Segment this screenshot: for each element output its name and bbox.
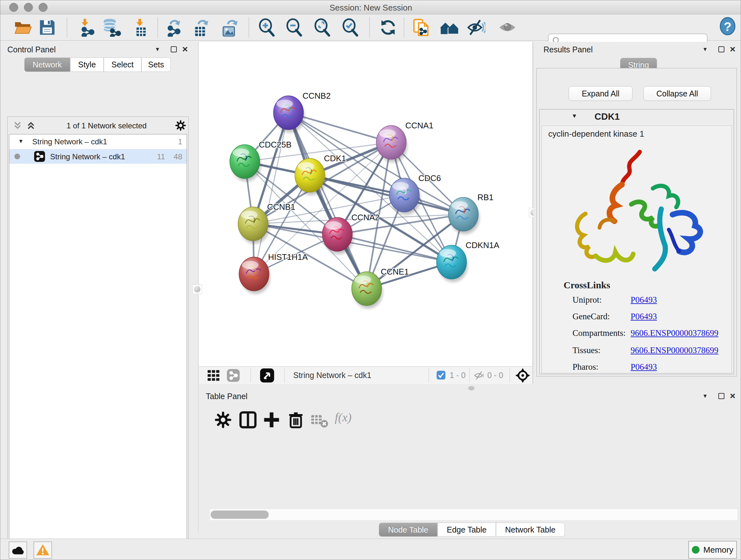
node-label: CDK1 [324,153,346,163]
edge[interactable] [254,113,288,274]
collection-count: 1 [178,137,182,146]
node-RB1[interactable]: RB1 [448,192,494,234]
export-image-button[interactable] [220,18,239,37]
checkbox-checked-icon [436,370,446,380]
open-session-button[interactable] [14,18,32,37]
node-CCNA2[interactable]: CCNA2 [322,212,380,254]
control-panel-menu-button[interactable]: ▼ [155,46,160,53]
network-view-button[interactable] [227,369,240,383]
save-session-button[interactable] [38,18,57,37]
node-CCNE1[interactable]: CCNE1 [352,267,409,308]
double-chevron-down-icon [12,120,23,131]
zoom-in-button[interactable] [258,18,276,37]
function-builder-button[interactable]: f(x) [335,410,352,424]
tab-sets[interactable]: Sets [141,57,171,72]
hide-selected-button[interactable] [467,18,485,37]
left-splitter-handle[interactable] [192,285,202,294]
gene-symbol: CDK1 [595,111,620,122]
zoom-selected-button[interactable] [341,18,360,37]
memory-label: Memory [703,545,733,555]
tab-edge-table[interactable]: Edge Table [437,523,496,537]
edge[interactable] [288,113,367,289]
network-selection-status: 1 of 1 Network selected [43,121,171,130]
tab-network-table[interactable]: Network Table [496,523,565,537]
tab-select[interactable]: Select [104,57,141,72]
node-CCNB1[interactable]: CCNB1 [238,202,295,244]
node-HIST1H1A[interactable]: HIST1H1A [239,252,308,294]
node-CDC25B[interactable]: CDC25B [230,140,292,181]
table-panel-float-button[interactable] [718,393,724,399]
table-panel-close-button[interactable]: × [730,393,736,399]
control-panel-float-button[interactable] [171,46,177,52]
expand-all-button[interactable]: Expand All [569,86,632,101]
create-column-button[interactable] [263,411,280,429]
hidden-node-edge-counts: 0 - 0 [487,371,503,380]
expand-all-networks-button[interactable] [25,120,37,132]
zoom-out-button[interactable] [285,18,304,37]
table-panel-menu-button[interactable]: ▼ [702,393,708,399]
crosslink-uniprot-link[interactable]: P06493 [630,295,657,305]
collection-expand-icon[interactable]: ▼ [18,138,23,145]
detach-view-button[interactable] [260,368,274,384]
crosslink-label: Pharos: [572,362,598,372]
grid-icon [207,369,220,382]
import-table-button[interactable] [131,18,150,37]
toolbar-separator [284,368,285,382]
network-panel-options-button[interactable] [175,120,186,132]
node-CDKN1A[interactable]: CDKN1A [436,240,499,282]
network-row[interactable]: String Network – cdk1 11 48 [9,149,187,164]
crosslink-tissues-link[interactable]: 9606.ENSP00000378699 [630,346,718,355]
crosslink-pharos-link[interactable]: P06493 [630,362,657,372]
results-panel-close-button[interactable]: × [730,46,736,52]
tab-network[interactable]: Network [24,57,70,72]
show-columns-button[interactable] [239,411,257,429]
zoom-out-icon [285,18,304,37]
columns-icon [239,411,257,429]
grid-view-button[interactable] [207,369,220,383]
delete-column-button[interactable] [287,411,305,429]
table-options-button[interactable] [214,411,232,429]
help-button[interactable]: ? [718,17,737,36]
export-table-button[interactable] [192,18,210,37]
collapse-all-button[interactable]: Collapse All [643,86,711,101]
import-network-icon [76,18,95,37]
show-all-button[interactable] [498,18,517,37]
crosslink-compartments-link[interactable]: 9606.ENSP00000378699 [630,328,718,338]
refresh-button[interactable] [379,18,397,37]
memory-button[interactable]: Memory [688,541,737,559]
table-horizontal-scrollbar[interactable] [210,509,738,520]
results-panel-menu-button[interactable]: ▼ [702,46,708,53]
birds-eye-view-button[interactable] [515,368,530,384]
plus-icon [263,411,280,429]
selected-checkbox[interactable] [436,370,446,381]
cloud-status-button[interactable] [9,542,27,559]
tab-node-table[interactable]: Node Table [379,523,437,537]
crosslink-genecard-link[interactable]: P06493 [630,312,657,321]
delete-table-button[interactable] [311,412,328,430]
cloud-icon [11,543,25,556]
network-label: String Network – cdk1 [50,152,125,161]
tab-style[interactable]: Style [70,57,104,72]
collapse-all-networks-button[interactable] [12,120,23,132]
results-panel-title: Results Panel [543,45,593,54]
gene-collapse-icon[interactable]: ▼ [571,113,577,119]
import-network-from-database-button[interactable] [103,18,121,37]
node-label: CCNB1 [267,202,295,212]
import-network-button[interactable] [76,18,95,37]
clone-network-button[interactable] [413,18,431,37]
warnings-button[interactable] [33,542,52,559]
toolbar-separator [67,17,67,37]
node-CCNB2[interactable]: CCNB2 [273,91,331,132]
zoom-fit-button[interactable] [313,18,332,37]
node-CDC6[interactable]: CDC6 [389,173,441,215]
network-collection-row[interactable]: ▼ String Network – cdk1 1 [9,134,187,149]
import-table-icon [131,18,150,37]
network-graph[interactable]: CCNB2CCNA1CDC25BCDK1CDC6RB1CCNB1CCNA2CDK… [199,42,533,366]
network-canvas[interactable]: CCNB2CCNA1CDC25BCDK1CDC6RB1CCNB1CCNA2CDK… [199,42,533,366]
current-network-dot-icon [14,153,20,159]
scrollbar-thumb[interactable] [211,510,269,519]
export-network-button[interactable] [164,18,183,37]
first-neighbors-button[interactable] [440,18,459,37]
results-panel-float-button[interactable] [718,46,724,52]
control-panel-close-button[interactable]: × [182,46,188,52]
